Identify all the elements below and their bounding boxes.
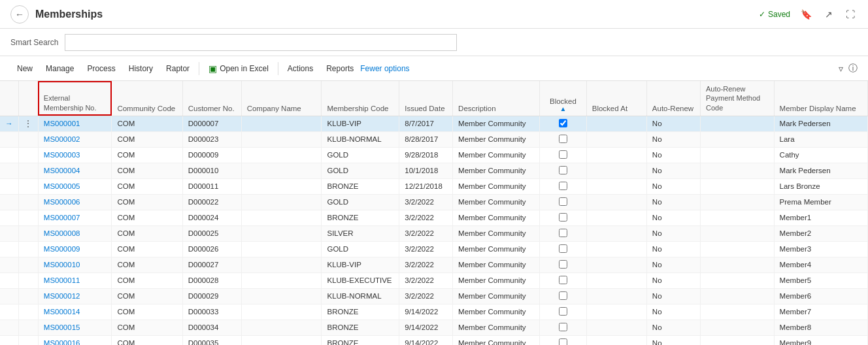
cell-blocked[interactable] [540,241,587,257]
expand-button[interactable]: ⛶ [843,8,858,21]
cell-ext[interactable]: MS000015 [38,320,112,335]
new-button[interactable]: New [10,61,39,76]
row-context-menu[interactable] [19,210,39,225]
cell-blocked[interactable] [540,116,587,131]
smart-search-input[interactable] [65,34,457,51]
table-row[interactable]: MS000014COMD000033BRONZE9/14/2022Member … [0,304,868,320]
cell-blocked[interactable] [540,304,587,320]
blocked-checkbox[interactable] [559,135,567,143]
blocked-checkbox[interactable] [559,213,567,222]
row-context-menu[interactable] [19,272,39,288]
cell-ext[interactable]: MS000005 [38,178,112,194]
cell-ext[interactable]: MS000016 [38,335,112,345]
table-row[interactable]: MS000005COMD000011BRONZE12/21/2018Member… [0,178,868,194]
table-row[interactable]: MS000007COMD000024BRONZE3/2/2022Member C… [0,210,868,225]
blocked-checkbox[interactable] [559,260,567,269]
back-button[interactable]: ← [10,5,29,24]
cell-ext[interactable]: MS000006 [38,194,112,210]
cell-ext[interactable]: MS000001 [38,116,112,131]
cell-ext[interactable]: MS000008 [38,225,112,241]
row-context-menu[interactable] [19,163,39,178]
membership-link[interactable]: MS000003 [44,151,80,159]
cell-blocked[interactable] [540,194,587,210]
cell-blocked[interactable] [540,272,587,288]
row-context-menu[interactable]: ⋮ [19,116,39,131]
blocked-checkbox[interactable] [559,323,567,331]
history-button[interactable]: History [122,61,159,76]
cell-blocked[interactable] [540,178,587,194]
table-row[interactable]: MS000004COMD000010GOLD10/1/2018Member Co… [0,163,868,178]
table-row[interactable]: MS000011COMD000028KLUB-EXECUTIVE3/2/2022… [0,272,868,288]
cell-blocked[interactable] [540,320,587,335]
table-row[interactable]: MS000016COMD000035BRONZE9/14/2022Member … [0,335,868,345]
cell-ext[interactable]: MS000004 [38,163,112,178]
table-row[interactable]: MS000012COMD000029KLUB-NORMAL3/2/2022Mem… [0,288,868,304]
filter-icon[interactable]: ▿ [839,63,843,74]
open-in-excel-button[interactable]: ▣ Open in Excel [202,61,275,76]
cell-ext[interactable]: MS000002 [38,131,112,147]
cell-blocked[interactable] [540,225,587,241]
membership-link[interactable]: MS000004 [44,167,80,174]
row-context-menu[interactable] [19,241,39,257]
membership-link[interactable]: MS000016 [44,339,80,345]
table-row[interactable]: →⋮MS000001COMD000007KLUB-VIP8/7/2017Memb… [0,116,868,131]
blocked-checkbox[interactable] [559,291,567,300]
blocked-checkbox[interactable] [559,119,567,127]
row-context-menu[interactable] [19,147,39,163]
table-row[interactable]: MS000015COMD000034BRONZE9/14/2022Member … [0,320,868,335]
blocked-checkbox[interactable] [559,197,567,206]
cell-blocked[interactable] [540,147,587,163]
table-row[interactable]: MS000008COMD000025SILVER3/2/2022Member C… [0,225,868,241]
blocked-checkbox[interactable] [559,244,567,253]
membership-link[interactable]: MS000005 [44,182,80,190]
membership-link[interactable]: MS000014 [44,308,80,316]
blocked-checkbox[interactable] [559,182,567,190]
table-row[interactable]: MS000003COMD000009GOLD9/28/2018Member Co… [0,147,868,163]
membership-link[interactable]: MS000007 [44,214,80,222]
membership-link[interactable]: MS000015 [44,323,80,331]
blocked-checkbox[interactable] [559,307,567,316]
membership-link[interactable]: MS000006 [44,198,80,206]
cell-ext[interactable]: MS000014 [38,304,112,320]
row-context-menu[interactable] [19,320,39,335]
blocked-checkbox[interactable] [559,166,567,174]
membership-link[interactable]: MS000002 [44,135,80,143]
cell-ext[interactable]: MS000007 [38,210,112,225]
blocked-checkbox[interactable] [559,229,567,237]
actions-button[interactable]: Actions [281,61,320,76]
cell-ext[interactable]: MS000012 [38,288,112,304]
fewer-options-link[interactable]: Fewer options [360,64,409,73]
cell-blocked[interactable] [540,288,587,304]
info-icon[interactable]: ⓘ [848,63,858,74]
membership-link[interactable]: MS000001 [44,120,80,127]
row-context-menu[interactable] [19,131,39,147]
table-row[interactable]: MS000002COMD000023KLUB-NORMAL8/28/2017Me… [0,131,868,147]
row-context-menu[interactable] [19,257,39,272]
reports-button[interactable]: Reports [320,61,360,76]
row-context-menu[interactable] [19,335,39,345]
table-row[interactable]: MS000009COMD000026GOLD3/2/2022Member Com… [0,241,868,257]
table-row[interactable]: MS000010COMD000027KLUB-VIP3/2/2022Member… [0,257,868,272]
row-context-menu[interactable] [19,178,39,194]
cell-ext[interactable]: MS000010 [38,257,112,272]
cell-blocked[interactable] [540,210,587,225]
dots-icon[interactable]: ⋮ [24,120,32,127]
cell-blocked[interactable] [540,257,587,272]
membership-link[interactable]: MS000012 [44,292,80,300]
bookmark-button[interactable]: 🔖 [798,8,814,21]
cell-blocked[interactable] [540,335,587,345]
row-context-menu[interactable] [19,225,39,241]
cell-blocked[interactable] [540,131,587,147]
table-row[interactable]: MS000006COMD000022GOLD3/2/2022Member Com… [0,194,868,210]
membership-link[interactable]: MS000011 [44,276,80,284]
blocked-checkbox[interactable] [559,150,567,159]
row-context-menu[interactable] [19,288,39,304]
raptor-button[interactable]: Raptor [159,61,196,76]
row-context-menu[interactable] [19,304,39,320]
cell-ext[interactable]: MS000003 [38,147,112,163]
membership-link[interactable]: MS000008 [44,229,80,237]
cell-ext[interactable]: MS000011 [38,272,112,288]
cell-ext[interactable]: MS000009 [38,241,112,257]
manage-button[interactable]: Manage [39,61,80,76]
cell-blocked[interactable] [540,163,587,178]
